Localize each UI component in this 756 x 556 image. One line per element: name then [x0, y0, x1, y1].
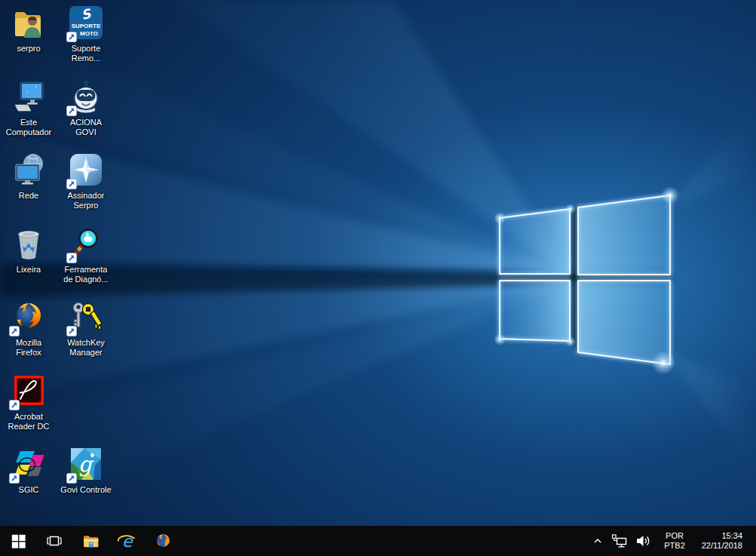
shortcut-arrow-badge [9, 400, 20, 410]
icon-label-line1: ACIONA [70, 118, 102, 127]
shortcut-arrow-badge [9, 326, 20, 336]
shortcut-arrow-badge [66, 253, 77, 263]
speaker-icon [635, 533, 652, 548]
icon-text-top: SUPORTE [72, 23, 101, 29]
clock-date: 22/11/2018 [702, 541, 742, 551]
language-indicator[interactable]: POR PTB2 [656, 526, 693, 556]
firefox-icon [11, 299, 47, 335]
taskbar: e [0, 526, 756, 556]
desktop-icon-acrobat-reader[interactable]: Acrobat Reader DC [0, 373, 57, 432]
icon-label-line1: WatchKey [67, 338, 105, 348]
shortcut-arrow-badge [66, 32, 77, 42]
icon-label-line1: Este [6, 118, 52, 127]
icon-label-line1: Ferramenta [63, 265, 108, 275]
network-icon [11, 152, 47, 188]
icon-label: Govi Controle [60, 485, 111, 495]
task-view-button[interactable] [36, 526, 72, 556]
icon-label-line2: Manager [67, 348, 105, 358]
desktop-icon-govi-controle[interactable]: g Govi Controle [57, 446, 115, 495]
volume-tray-button[interactable] [632, 526, 656, 556]
clock[interactable]: 15:34 22/11/2018 [693, 526, 756, 556]
firefox-icon [154, 532, 173, 551]
chevron-up-icon [592, 535, 604, 547]
file-explorer-button[interactable] [72, 526, 109, 556]
icon-label: serpro [17, 44, 40, 54]
windows-logo-icon [11, 533, 26, 549]
assinador-serpro-icon [68, 152, 104, 188]
desktop-icon-rede[interactable]: Rede [0, 152, 57, 201]
keys-icon [68, 299, 104, 335]
internet-explorer-icon: e [117, 531, 136, 551]
task-view-icon [45, 532, 63, 550]
desktop-icon-este-computador[interactable]: Este Computador [0, 78, 57, 137]
icon-label-line1: Suporte [72, 44, 101, 54]
show-hidden-icons-button[interactable] [588, 526, 608, 556]
keyboard-layout: PTB2 [664, 541, 685, 551]
icon-label: Lixeira [17, 265, 41, 275]
svg-text:e: e [122, 532, 133, 551]
folder-user-icon [11, 5, 47, 41]
icon-label-line2: de Diagnó... [63, 275, 108, 284]
acrobat-reader-icon [11, 373, 47, 409]
desktop-icon-ferramenta-diagnostico[interactable]: Ferramenta de Diagnó... [57, 226, 115, 284]
shortcut-arrow-badge [66, 473, 77, 484]
icon-label-line1: Acrobat [8, 412, 49, 422]
icon-label-line1: Assinador [68, 191, 105, 201]
desktop-icon-aciona-govi[interactable]: ACIONA GOVI [57, 78, 115, 137]
start-button[interactable] [0, 526, 36, 556]
desktop-background[interactable]: serpro Este Computador [0, 0, 756, 526]
sgic-icon [11, 446, 47, 482]
desktop-icon-assinador-serpro[interactable]: Assinador Serpro [57, 152, 115, 210]
diagnostics-magnifier-icon [68, 226, 104, 262]
icon-label-line2: Computador [6, 127, 52, 137]
robot-icon [68, 78, 104, 115]
icon-label-line2: Serpro [68, 201, 105, 210]
icon-label-line2: Remo... [72, 54, 101, 63]
this-pc-icon [11, 78, 47, 115]
recycle-bin-icon [11, 226, 47, 262]
suporte-remoto-icon: S SUPORTE MOTO [68, 5, 104, 41]
firefox-taskbar-button[interactable] [145, 526, 181, 556]
icon-label: Rede [19, 191, 38, 201]
shortcut-arrow-badge [9, 473, 20, 484]
system-tray: POR PTB2 15:34 22/11/2018 [588, 526, 756, 556]
internet-explorer-button[interactable]: e [109, 526, 145, 556]
govi-controle-icon: g [68, 446, 104, 482]
desktop-icon-mozilla-firefox[interactable]: Mozilla Firefox [0, 299, 57, 358]
icon-label-line1: Mozilla [16, 338, 41, 348]
desktop-icon-sgic[interactable]: SGIC [0, 446, 57, 495]
file-explorer-icon [81, 532, 100, 551]
icon-text-bottom: MOTO [80, 30, 98, 37]
shortcut-arrow-badge [66, 106, 77, 116]
wired-network-icon [611, 533, 628, 548]
desktop-icon-lixeira[interactable]: Lixeira [0, 226, 57, 275]
icon-label: SGIC [19, 485, 39, 495]
icon-label-line2: Firefox [16, 348, 41, 358]
clock-time: 15:34 [702, 531, 742, 541]
desktop-icon-suporte-remoto[interactable]: S SUPORTE MOTO Suporte Remo... [57, 5, 115, 63]
network-tray-button[interactable] [608, 526, 632, 556]
desktop-icon-serpro[interactable]: serpro [0, 5, 57, 54]
icon-label-line2: Reader DC [8, 422, 49, 432]
shortcut-arrow-badge [66, 326, 77, 336]
language-code: POR [664, 531, 685, 541]
desktop-icon-watchkey-manager[interactable]: WatchKey Manager [57, 299, 115, 358]
icon-label-line2: GOVI [70, 127, 102, 137]
shortcut-arrow-badge [66, 179, 77, 189]
